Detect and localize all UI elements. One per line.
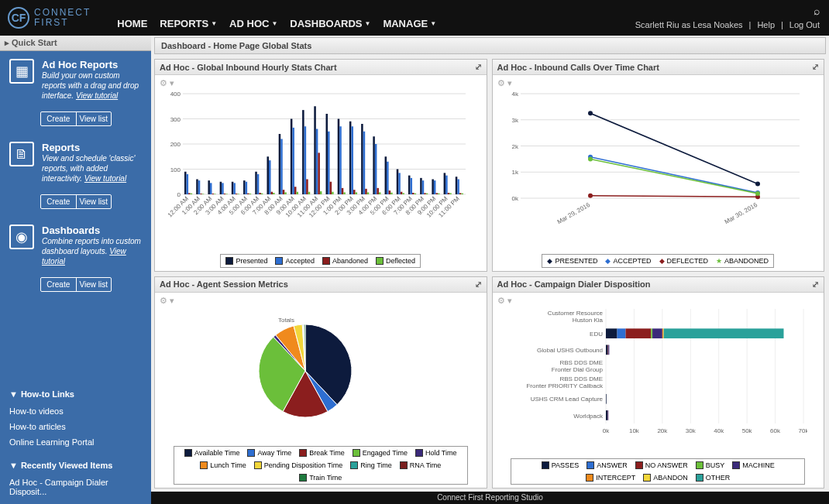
svg-text:400: 400: [170, 91, 181, 98]
svg-rect-38: [249, 194, 252, 194]
gear-icon[interactable]: ⚙ ▾: [497, 78, 820, 88]
expand-icon[interactable]: ⤢: [812, 62, 819, 72]
svg-rect-100: [397, 170, 399, 195]
svg-rect-83: [356, 192, 358, 194]
breadcrumb: Dashboard - Home Page Global Stats: [154, 37, 826, 54]
panel-agent-session: Ad Hoc - Agent Session Metrics⤢ ⚙ ▾ Tota…: [154, 276, 487, 489]
hbar-chart: 0k10k20k30k40k50k60k70kCustomer Resource…: [497, 307, 820, 456]
view-list-button[interactable]: View list: [77, 278, 112, 291]
svg-text:70k: 70k: [798, 427, 807, 434]
create-button[interactable]: Create: [41, 278, 77, 291]
sidebar-adhoc-desc: Build your own custom reports with a dra…: [42, 70, 142, 101]
sidebar-adhoc: ▦ Ad Hoc Reports Build your own custom r…: [0, 51, 151, 108]
gear-icon[interactable]: ⚙ ▾: [160, 78, 482, 88]
gear-icon[interactable]: ⚙ ▾: [160, 296, 482, 306]
logout-link[interactable]: Log Out: [789, 20, 820, 29]
svg-rect-123: [449, 193, 452, 194]
nav-home[interactable]: HOME: [117, 18, 147, 29]
svg-text:Customer Resource: Customer Resource: [547, 310, 603, 317]
svg-rect-174: [662, 328, 662, 338]
expand-icon[interactable]: ⤢: [475, 279, 482, 290]
nav-dashboards[interactable]: DASHBOARDS▼: [290, 18, 370, 29]
svg-text:3k: 3k: [511, 117, 518, 124]
svg-rect-42: [259, 193, 261, 194]
panel-title: Ad Hoc - Agent Session Metrics: [160, 279, 288, 289]
sidebar-adhoc-title: Ad Hoc Reports: [42, 59, 142, 70]
svg-rect-170: [617, 328, 625, 338]
svg-rect-45: [267, 156, 269, 194]
sidebar-reports: 🗎 Reports View and schedule 'classic' re…: [0, 134, 151, 191]
svg-rect-101: [398, 173, 401, 194]
recent-header[interactable]: ▼ Recently Viewed Items: [0, 456, 151, 475]
svg-rect-75: [338, 119, 340, 195]
svg-rect-25: [220, 182, 222, 194]
howto-videos[interactable]: How-to videos: [0, 403, 151, 419]
user-label: Scarlett Riu as Lesa Noakes: [635, 20, 743, 29]
svg-rect-31: [233, 183, 236, 194]
svg-rect-36: [246, 182, 248, 194]
footer: Connect First Reporting Studio: [151, 492, 829, 504]
gear-icon[interactable]: ⚙ ▾: [497, 296, 820, 306]
svg-rect-90: [373, 136, 375, 194]
svg-text:10k: 10k: [628, 427, 639, 434]
svg-text:40k: 40k: [714, 427, 724, 434]
svg-point-147: [755, 191, 760, 196]
svg-text:Global USHS Outbound: Global USHS Outbound: [537, 347, 603, 354]
svg-text:0k: 0k: [511, 195, 518, 202]
svg-rect-26: [222, 183, 224, 194]
svg-rect-78: [343, 192, 346, 194]
svg-rect-115: [432, 180, 434, 195]
svg-text:RBS DDS DME: RBS DDS DME: [559, 358, 603, 365]
svg-point-144: [588, 194, 593, 198]
sidebar-reports-title: Reports: [42, 142, 142, 153]
svg-text:300: 300: [170, 116, 181, 123]
svg-rect-92: [377, 188, 379, 194]
svg-rect-70: [326, 114, 329, 194]
create-button[interactable]: Create: [41, 112, 77, 125]
nav-reports[interactable]: REPORTS▼: [160, 18, 217, 29]
view-tutorial-link[interactable]: View tutorial: [76, 91, 118, 100]
nav-adhoc[interactable]: AD HOC▼: [229, 18, 277, 29]
svg-rect-13: [191, 194, 193, 194]
app-header: CF CONNECTFIRST HOME REPORTS▼ AD HOC▼ DA…: [0, 0, 829, 36]
svg-rect-73: [332, 192, 334, 194]
expand-icon[interactable]: ⤢: [475, 62, 482, 72]
howto-articles[interactable]: How-to articles: [0, 419, 151, 434]
view-list-button[interactable]: View list: [77, 112, 112, 125]
svg-rect-60: [302, 110, 304, 194]
svg-rect-108: [414, 194, 417, 194]
view-tutorial-link[interactable]: View tutorial: [84, 174, 126, 183]
sidebar-dash-buttons: Create View list: [40, 277, 112, 292]
expand-icon[interactable]: ⤢: [812, 279, 819, 290]
svg-rect-53: [284, 192, 287, 194]
svg-rect-96: [387, 162, 389, 194]
brand-logo-mark: CF: [8, 7, 29, 29]
svg-text:60k: 60k: [770, 427, 781, 434]
svg-text:1k: 1k: [511, 169, 518, 176]
nav-manage[interactable]: MANAGE▼: [383, 18, 436, 29]
svg-rect-27: [224, 194, 226, 194]
howto-portal[interactable]: Online Learning Portal: [0, 434, 151, 450]
recent-item[interactable]: Ad Hoc - Campaign Dialer Disposit...: [0, 475, 151, 499]
svg-rect-18: [202, 194, 205, 194]
view-list-button[interactable]: View list: [77, 195, 112, 208]
help-link[interactable]: Help: [757, 20, 775, 29]
svg-rect-58: [296, 192, 298, 194]
svg-rect-67: [318, 153, 320, 194]
howto-header[interactable]: ▼ How-to Links: [0, 385, 151, 403]
svg-rect-113: [426, 194, 428, 194]
document-icon: 🗎: [9, 142, 34, 166]
sidebar-dash-title: Dashboards: [42, 225, 142, 236]
svg-rect-33: [237, 194, 239, 194]
brand-logo: CF CONNECTFIRST: [0, 7, 98, 29]
svg-rect-10: [184, 172, 187, 194]
svg-rect-65: [314, 106, 316, 194]
svg-text:Mar 30, 2016: Mar 30, 2016: [723, 201, 758, 226]
search-icon[interactable]: ⌕: [814, 5, 820, 17]
svg-text:Totals: Totals: [278, 317, 294, 324]
svg-rect-176: [663, 328, 783, 338]
create-button[interactable]: Create: [41, 195, 77, 208]
svg-text:2k: 2k: [511, 143, 518, 150]
svg-rect-37: [247, 194, 249, 194]
svg-rect-106: [410, 178, 412, 194]
